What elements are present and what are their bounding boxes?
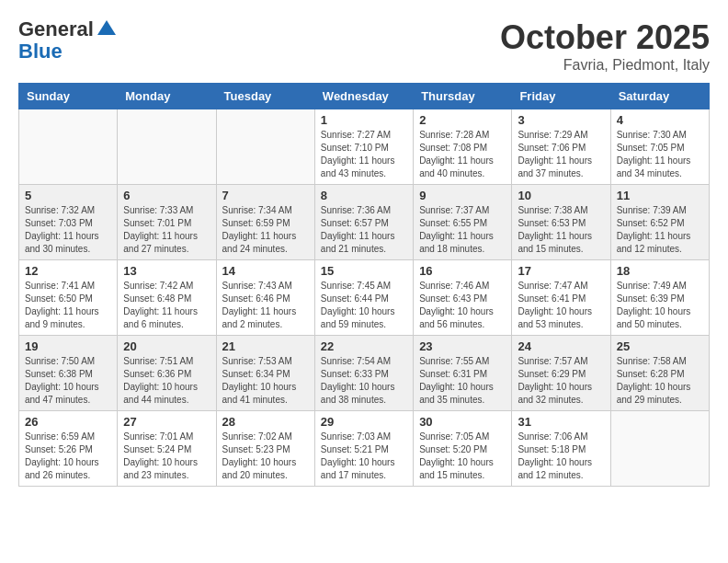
day-number: 15	[321, 264, 407, 278]
day-number: 11	[617, 189, 703, 202]
day-number: 8	[321, 189, 407, 202]
day-number: 7	[222, 189, 309, 202]
day-cell	[610, 411, 709, 487]
calendar-table: SundayMondayTuesdayWednesdayThursdayFrid…	[18, 83, 710, 487]
week-row-4: 19Sunrise: 7:50 AM Sunset: 6:38 PM Dayli…	[19, 336, 710, 411]
day-number: 4	[617, 113, 703, 127]
day-number: 18	[617, 264, 703, 278]
day-cell: 12Sunrise: 7:41 AM Sunset: 6:50 PM Dayli…	[19, 260, 118, 336]
day-info: Sunrise: 7:28 AM Sunset: 7:08 PM Dayligh…	[419, 129, 506, 180]
day-number: 31	[518, 415, 604, 429]
day-info: Sunrise: 7:51 AM Sunset: 6:36 PM Dayligh…	[123, 355, 210, 407]
page-header: General Blue October 2025 Favria, Piedmo…	[18, 18, 710, 74]
day-info: Sunrise: 7:30 AM Sunset: 7:05 PM Dayligh…	[617, 129, 703, 180]
weekday-sunday: Sunday	[19, 84, 118, 109]
day-info: Sunrise: 7:46 AM Sunset: 6:43 PM Dayligh…	[419, 280, 506, 331]
day-cell: 1Sunrise: 7:27 AM Sunset: 7:10 PM Daylig…	[314, 109, 413, 185]
day-cell: 4Sunrise: 7:30 AM Sunset: 7:05 PM Daylig…	[610, 109, 709, 185]
logo-blue: Blue	[18, 40, 118, 63]
day-number: 13	[123, 264, 210, 278]
day-cell: 31Sunrise: 7:06 AM Sunset: 5:18 PM Dayli…	[512, 411, 610, 487]
day-cell: 17Sunrise: 7:47 AM Sunset: 6:41 PM Dayli…	[512, 260, 610, 336]
day-cell: 18Sunrise: 7:49 AM Sunset: 6:39 PM Dayli…	[610, 260, 709, 336]
weekday-monday: Monday	[118, 84, 216, 109]
day-info: Sunrise: 7:34 AM Sunset: 6:59 PM Dayligh…	[222, 204, 309, 256]
day-info: Sunrise: 7:45 AM Sunset: 6:44 PM Dayligh…	[321, 280, 407, 331]
weekday-wednesday: Wednesday	[314, 84, 413, 109]
day-number: 10	[518, 189, 604, 202]
day-number: 6	[123, 189, 210, 202]
day-info: Sunrise: 7:54 AM Sunset: 6:33 PM Dayligh…	[321, 355, 407, 407]
day-cell: 22Sunrise: 7:54 AM Sunset: 6:33 PM Dayli…	[314, 336, 413, 411]
day-number: 23	[419, 339, 506, 353]
weekday-friday: Friday	[512, 84, 610, 109]
day-cell: 16Sunrise: 7:46 AM Sunset: 6:43 PM Dayli…	[414, 260, 512, 336]
day-number: 17	[518, 264, 604, 278]
day-cell: 2Sunrise: 7:28 AM Sunset: 7:08 PM Daylig…	[414, 109, 512, 185]
day-info: Sunrise: 7:33 AM Sunset: 7:01 PM Dayligh…	[123, 204, 210, 256]
day-info: Sunrise: 7:02 AM Sunset: 5:23 PM Dayligh…	[222, 431, 309, 482]
month-title: October 2025	[500, 18, 710, 57]
day-number: 9	[419, 189, 506, 202]
day-cell: 30Sunrise: 7:05 AM Sunset: 5:20 PM Dayli…	[414, 411, 512, 487]
day-cell: 24Sunrise: 7:57 AM Sunset: 6:29 PM Dayli…	[512, 336, 610, 411]
week-row-3: 12Sunrise: 7:41 AM Sunset: 6:50 PM Dayli…	[19, 260, 710, 336]
day-cell: 29Sunrise: 7:03 AM Sunset: 5:21 PM Dayli…	[314, 411, 413, 487]
day-cell: 20Sunrise: 7:51 AM Sunset: 6:36 PM Dayli…	[118, 336, 216, 411]
day-number: 27	[123, 415, 210, 429]
weekday-thursday: Thursday	[414, 84, 512, 109]
day-info: Sunrise: 7:37 AM Sunset: 6:55 PM Dayligh…	[419, 204, 506, 256]
day-info: Sunrise: 6:59 AM Sunset: 5:26 PM Dayligh…	[25, 431, 111, 482]
day-info: Sunrise: 7:01 AM Sunset: 5:24 PM Dayligh…	[123, 431, 210, 482]
svg-marker-0	[97, 20, 116, 35]
week-row-5: 26Sunrise: 6:59 AM Sunset: 5:26 PM Dayli…	[19, 411, 710, 487]
day-number: 5	[25, 189, 111, 202]
logo-icon	[96, 18, 118, 40]
day-number: 3	[518, 113, 604, 127]
day-info: Sunrise: 7:05 AM Sunset: 5:20 PM Dayligh…	[419, 431, 506, 482]
day-cell: 8Sunrise: 7:36 AM Sunset: 6:57 PM Daylig…	[314, 185, 413, 260]
day-number: 22	[321, 339, 407, 353]
week-row-1: 1Sunrise: 7:27 AM Sunset: 7:10 PM Daylig…	[19, 109, 710, 185]
day-info: Sunrise: 7:29 AM Sunset: 7:06 PM Dayligh…	[518, 129, 604, 180]
location: Favria, Piedmont, Italy	[500, 57, 710, 74]
weekday-saturday: Saturday	[610, 84, 709, 109]
day-cell: 26Sunrise: 6:59 AM Sunset: 5:26 PM Dayli…	[19, 411, 118, 487]
day-cell	[216, 109, 314, 185]
day-cell: 25Sunrise: 7:58 AM Sunset: 6:28 PM Dayli…	[610, 336, 709, 411]
weekday-tuesday: Tuesday	[216, 84, 314, 109]
day-info: Sunrise: 7:53 AM Sunset: 6:34 PM Dayligh…	[222, 355, 309, 407]
day-info: Sunrise: 7:39 AM Sunset: 6:52 PM Dayligh…	[617, 204, 703, 256]
day-info: Sunrise: 7:57 AM Sunset: 6:29 PM Dayligh…	[518, 355, 604, 407]
day-info: Sunrise: 7:38 AM Sunset: 6:53 PM Dayligh…	[518, 204, 604, 256]
day-info: Sunrise: 7:06 AM Sunset: 5:18 PM Dayligh…	[518, 431, 604, 482]
day-cell: 21Sunrise: 7:53 AM Sunset: 6:34 PM Dayli…	[216, 336, 314, 411]
day-info: Sunrise: 7:43 AM Sunset: 6:46 PM Dayligh…	[222, 280, 309, 331]
day-number: 25	[617, 339, 703, 353]
day-info: Sunrise: 7:55 AM Sunset: 6:31 PM Dayligh…	[419, 355, 506, 407]
day-cell: 13Sunrise: 7:42 AM Sunset: 6:48 PM Dayli…	[118, 260, 216, 336]
weekday-header-row: SundayMondayTuesdayWednesdayThursdayFrid…	[19, 84, 710, 109]
title-block: October 2025 Favria, Piedmont, Italy	[500, 18, 710, 74]
day-number: 19	[25, 339, 111, 353]
day-cell: 15Sunrise: 7:45 AM Sunset: 6:44 PM Dayli…	[314, 260, 413, 336]
day-number: 16	[419, 264, 506, 278]
day-number: 28	[222, 415, 309, 429]
day-cell: 27Sunrise: 7:01 AM Sunset: 5:24 PM Dayli…	[118, 411, 216, 487]
day-cell: 9Sunrise: 7:37 AM Sunset: 6:55 PM Daylig…	[414, 185, 512, 260]
day-info: Sunrise: 7:49 AM Sunset: 6:39 PM Dayligh…	[617, 280, 703, 331]
day-number: 24	[518, 339, 604, 353]
day-info: Sunrise: 7:42 AM Sunset: 6:48 PM Dayligh…	[123, 280, 210, 331]
day-cell: 6Sunrise: 7:33 AM Sunset: 7:01 PM Daylig…	[118, 185, 216, 260]
day-cell: 14Sunrise: 7:43 AM Sunset: 6:46 PM Dayli…	[216, 260, 314, 336]
day-number: 1	[321, 113, 407, 127]
day-info: Sunrise: 7:47 AM Sunset: 6:41 PM Dayligh…	[518, 280, 604, 331]
day-cell: 5Sunrise: 7:32 AM Sunset: 7:03 PM Daylig…	[19, 185, 118, 260]
day-cell: 11Sunrise: 7:39 AM Sunset: 6:52 PM Dayli…	[610, 185, 709, 260]
day-info: Sunrise: 7:03 AM Sunset: 5:21 PM Dayligh…	[321, 431, 407, 482]
day-info: Sunrise: 7:36 AM Sunset: 6:57 PM Dayligh…	[321, 204, 407, 256]
day-info: Sunrise: 7:58 AM Sunset: 6:28 PM Dayligh…	[617, 355, 703, 407]
day-info: Sunrise: 7:41 AM Sunset: 6:50 PM Dayligh…	[25, 280, 111, 331]
day-cell	[118, 109, 216, 185]
week-row-2: 5Sunrise: 7:32 AM Sunset: 7:03 PM Daylig…	[19, 185, 710, 260]
